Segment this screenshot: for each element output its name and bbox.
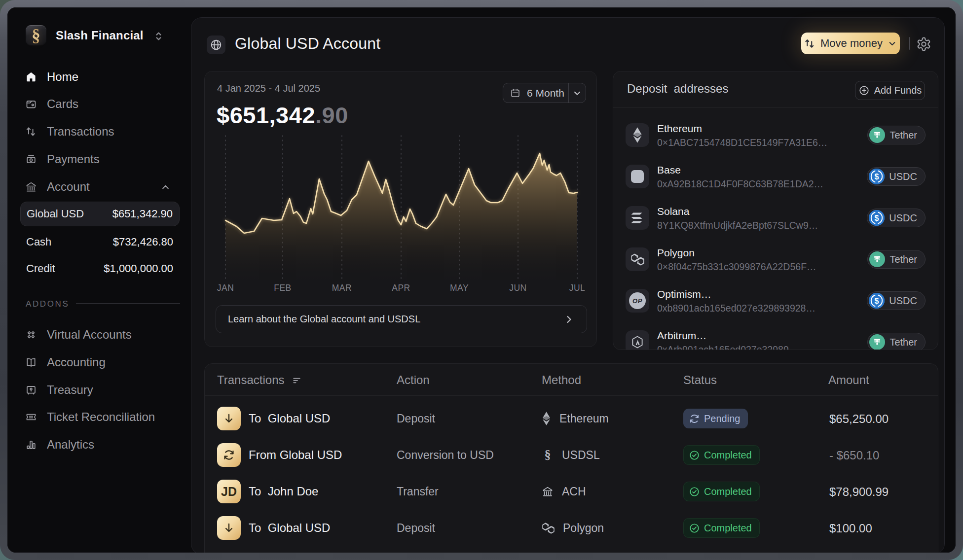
svg-text:APR: APR — [392, 283, 410, 293]
svg-text:$: $ — [875, 297, 879, 305]
svg-text:$: $ — [875, 214, 879, 222]
svg-text:$: $ — [875, 173, 879, 181]
svg-text:JUN: JUN — [509, 283, 527, 293]
svg-text:MAR: MAR — [332, 283, 352, 293]
svg-text:MAY: MAY — [450, 283, 469, 293]
svg-text:JUL: JUL — [569, 283, 586, 293]
svg-text:FEB: FEB — [274, 283, 292, 293]
svg-text:JAN: JAN — [217, 283, 234, 293]
